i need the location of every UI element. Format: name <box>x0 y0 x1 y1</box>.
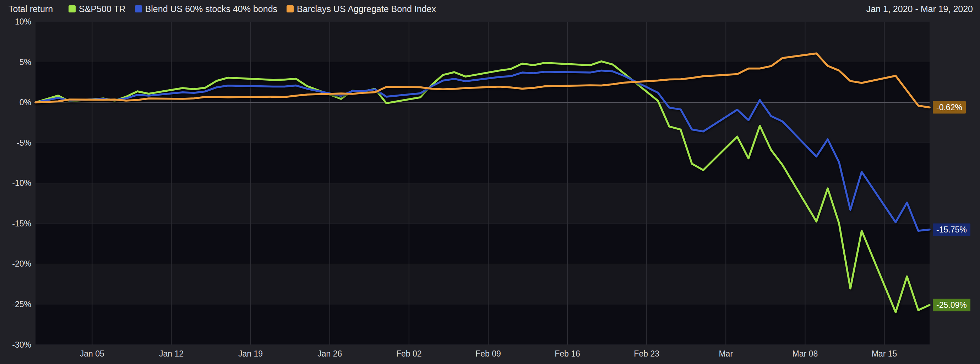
end-value-label-0: -25.09% <box>933 299 970 311</box>
plot-band <box>35 304 929 345</box>
y-tick-label: 0% <box>0 98 31 107</box>
y-tick-label: -30% <box>0 340 31 350</box>
end-value-label-2: -0.62% <box>933 101 966 114</box>
plot-band <box>35 264 929 304</box>
y-tick-label: -5% <box>0 138 31 147</box>
x-tick-label: Feb 23 <box>634 349 659 358</box>
plot-band <box>35 62 929 103</box>
x-tick-label: Mar <box>719 349 733 358</box>
plot-band <box>35 183 929 224</box>
x-tick-label: Jan 26 <box>317 349 342 358</box>
x-tick-label: Mar 08 <box>792 349 818 358</box>
y-tick-label: -10% <box>0 179 31 188</box>
y-tick-label: 5% <box>0 57 31 67</box>
x-tick-label: Feb 02 <box>396 349 422 358</box>
y-tick-label: -25% <box>0 300 31 309</box>
plot-band <box>35 102 929 143</box>
x-tick-label: Feb 09 <box>476 349 501 358</box>
y-tick-label: 10% <box>0 17 31 26</box>
chart-plot-area[interactable] <box>0 0 980 364</box>
end-value-label-1: -15.75% <box>933 223 970 236</box>
x-tick-label: Jan 19 <box>238 349 263 358</box>
x-tick-label: Feb 16 <box>555 349 580 358</box>
x-tick-label: Mar 15 <box>872 349 897 358</box>
plot-band <box>35 224 929 264</box>
x-tick-label: Jan 12 <box>159 349 184 358</box>
plot-band <box>35 143 929 184</box>
y-tick-label: -20% <box>0 259 31 268</box>
x-tick-label: Jan 05 <box>80 349 104 358</box>
y-tick-label: -15% <box>0 219 31 228</box>
